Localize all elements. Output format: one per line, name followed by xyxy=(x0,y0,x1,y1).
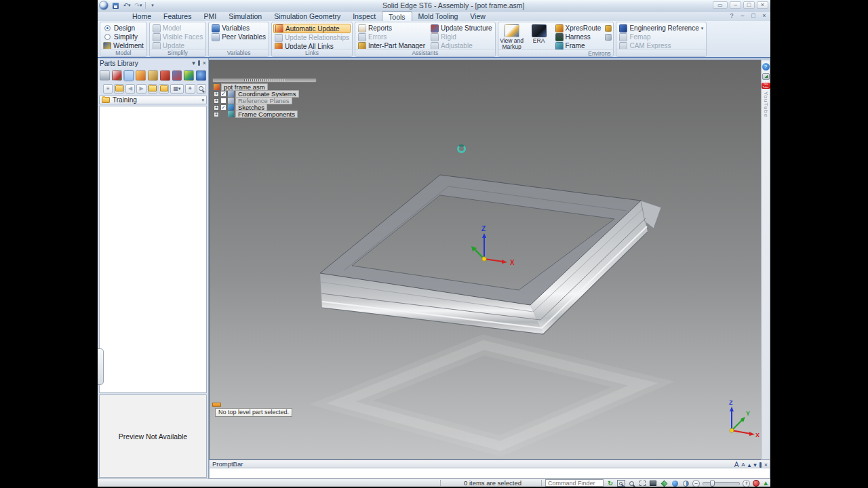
customize-qat-button[interactable]: ▾ xyxy=(148,1,157,9)
pathfinder-row-coordinate-systems[interactable]: + ✓ Coordinate Systems xyxy=(214,91,299,97)
tab-pmi[interactable]: PMI xyxy=(197,12,222,21)
list-details-button[interactable]: ≡ xyxy=(103,84,113,94)
search-button[interactable] xyxy=(197,84,206,94)
xpresroute-button[interactable]: XpresRoute xyxy=(554,24,603,33)
library-tab-parts-icon[interactable] xyxy=(124,70,134,81)
visible-faces-button[interactable]: Visible Faces xyxy=(151,33,204,41)
panel-close-icon[interactable]: × xyxy=(203,60,206,66)
environs-extra-icon-1[interactable] xyxy=(605,25,612,32)
help-icon[interactable]: ? xyxy=(762,63,770,70)
peer-variables-button[interactable]: Peer Variables xyxy=(210,33,267,41)
simplify-button[interactable]: Simplify xyxy=(102,33,145,41)
pathfinder-row-frame-components[interactable]: + Frame Components xyxy=(214,111,299,117)
prompt-bar-header[interactable]: PromptBar A A ▴ ▾ × xyxy=(209,460,770,468)
library-tab-analysis-icon[interactable] xyxy=(184,70,194,81)
fullscreen-toggle-icon[interactable]: ▲ xyxy=(762,480,769,487)
doc-minimize-button[interactable]: – xyxy=(738,12,747,19)
checkbox-checked-icon[interactable]: ✓ xyxy=(220,104,226,110)
library-tab-views-icon[interactable] xyxy=(172,70,182,81)
engineering-reference-button[interactable]: Engineering Reference▾ xyxy=(618,24,705,33)
pathfinder-scrollbar[interactable] xyxy=(212,78,317,83)
errors-button[interactable]: Errors xyxy=(357,33,427,41)
expand-icon[interactable]: + xyxy=(214,112,219,117)
open-folder-button[interactable] xyxy=(114,84,123,94)
tab-view[interactable]: View xyxy=(464,12,492,21)
tab-features[interactable]: Features xyxy=(157,12,197,21)
undo-dropdown-icon[interactable]: ▾ xyxy=(128,3,131,8)
3d-viewport[interactable]: Z X Z Y X xyxy=(209,60,761,460)
zoom-icon[interactable] xyxy=(628,480,636,487)
library-tab-sensors-icon[interactable] xyxy=(160,70,170,81)
save-button[interactable] xyxy=(111,1,120,9)
pathfinder-row-sketches[interactable]: + ✓ Sketches xyxy=(214,104,299,110)
undo-button[interactable]: ↶▾ xyxy=(122,1,132,9)
library-path-dropdown[interactable]: Training ▾ xyxy=(99,96,207,104)
redo-button[interactable]: ↷▾ xyxy=(134,1,143,9)
common-views-icon[interactable] xyxy=(660,480,668,487)
automatic-update-button[interactable]: Automatic Update xyxy=(273,24,351,33)
tab-tools[interactable]: Tools xyxy=(382,12,412,22)
doc-restore-button[interactable]: □ xyxy=(749,12,757,19)
app-logo-icon[interactable] xyxy=(99,1,108,10)
zoom-slider-thumb[interactable] xyxy=(710,481,715,487)
record-indicator-icon[interactable] xyxy=(753,480,760,487)
minimize-button[interactable]: – xyxy=(730,1,741,9)
environs-extra-icon-2[interactable] xyxy=(605,34,612,41)
checkbox-checked-icon[interactable]: ✓ xyxy=(220,91,226,97)
frame-model[interactable] xyxy=(320,175,661,334)
node-label[interactable]: Frame Components xyxy=(235,110,298,118)
design-button[interactable]: Design xyxy=(102,24,145,33)
library-tab-family-icon[interactable] xyxy=(112,70,122,81)
expand-icon[interactable]: + xyxy=(214,92,219,97)
harness-button[interactable]: Harness xyxy=(554,33,603,41)
engineering-reference-dropdown-icon[interactable]: ▾ xyxy=(701,26,704,31)
pathfinder-root-row[interactable]: pot frame.asm xyxy=(214,84,299,90)
pathfinder-scrollbar-thumb[interactable] xyxy=(244,79,285,81)
simplify-model-button[interactable]: Model xyxy=(151,24,204,33)
pan-view-icon[interactable] xyxy=(650,480,658,487)
library-tab-folder-icon[interactable] xyxy=(136,70,146,81)
library-tab-layers-icon[interactable] xyxy=(100,70,110,81)
update-structure-button[interactable]: Update Structure xyxy=(429,24,494,33)
view-styles-icon[interactable] xyxy=(671,480,679,487)
redo-dropdown-icon[interactable]: ▾ xyxy=(140,3,142,8)
expand-icon[interactable]: + xyxy=(214,105,219,110)
variables-button[interactable]: Variables xyxy=(210,24,267,33)
tools-button[interactable]: ✳ xyxy=(185,84,195,94)
checkbox-unchecked-icon[interactable] xyxy=(220,98,226,104)
view-menu-button[interactable]: ▦▾ xyxy=(170,84,184,94)
tab-mold-tooling[interactable]: Mold Tooling xyxy=(412,12,465,21)
tab-simulation-geometry[interactable]: Simulation Geometry xyxy=(268,12,347,21)
doc-close-button[interactable]: × xyxy=(760,12,768,19)
zoom-area-icon[interactable] xyxy=(617,480,625,487)
library-file-list[interactable] xyxy=(99,106,207,393)
restore-button[interactable]: □ xyxy=(743,1,755,9)
zoom-slider[interactable] xyxy=(703,482,740,485)
collapsed-panel-tab[interactable] xyxy=(98,348,104,385)
expand-icon[interactable]: + xyxy=(214,98,219,104)
rotate-view-icon[interactable] xyxy=(682,480,690,487)
share-screen-icon[interactable] xyxy=(762,73,770,80)
zoom-in-button[interactable]: + xyxy=(743,480,750,487)
panel-dropdown-icon[interactable]: ▾ xyxy=(192,60,195,66)
tab-home[interactable]: Home xyxy=(126,12,157,21)
up-level-button[interactable] xyxy=(148,84,157,94)
pathfinder-row-reference-planes[interactable]: + Reference Planes xyxy=(214,98,299,104)
tab-simulation[interactable]: Simulation xyxy=(222,12,268,21)
zoom-out-button[interactable]: − xyxy=(692,480,700,487)
forward-button[interactable]: ▶ xyxy=(136,84,146,94)
library-tab-options-icon[interactable] xyxy=(196,70,206,81)
tab-inspect[interactable]: Inspect xyxy=(347,12,382,21)
new-folder-button[interactable] xyxy=(159,84,168,94)
refresh-view-icon[interactable]: ↻ xyxy=(606,480,614,487)
close-button[interactable]: × xyxy=(757,1,768,9)
reports-button[interactable]: Reports xyxy=(357,24,427,33)
minimize-ribbon-button[interactable]: ▭ xyxy=(713,1,728,9)
fit-view-icon[interactable] xyxy=(639,480,647,487)
update-relationships-button[interactable]: Update Relationships xyxy=(273,33,351,42)
panel-pin-icon[interactable] xyxy=(198,60,200,66)
femap-button[interactable]: Femap xyxy=(618,33,705,41)
prompt-pin-icon[interactable] xyxy=(760,462,762,468)
help-button[interactable]: ? xyxy=(728,12,736,19)
back-button[interactable]: ◀ xyxy=(125,84,135,94)
